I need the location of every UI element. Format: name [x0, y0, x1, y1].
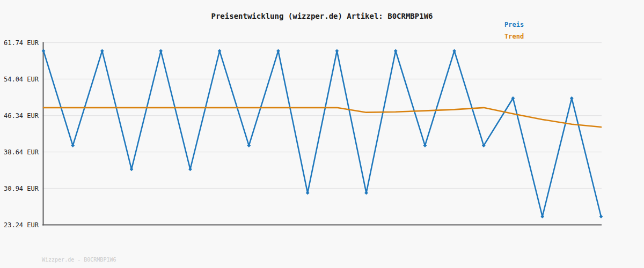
data-point-marker: [364, 191, 368, 195]
data-point-marker: [540, 215, 544, 219]
y-tick-label: 30.94 EUR: [0, 184, 39, 193]
y-tick-label: 61.74 EUR: [0, 39, 39, 47]
series-preis-line: [43, 51, 601, 217]
data-point-marker: [276, 49, 280, 53]
data-point-marker: [599, 215, 603, 219]
data-point-marker: [159, 49, 163, 53]
y-tick-label: 23.24 EUR: [0, 221, 39, 229]
data-point-marker: [100, 49, 104, 53]
data-point-marker: [247, 144, 251, 147]
data-point-marker: [570, 96, 574, 100]
data-point-marker: [452, 49, 456, 53]
watermark-text: Wizzper.de - B0CRMBP1W6: [42, 256, 116, 264]
data-point-marker: [335, 49, 339, 53]
data-point-marker: [42, 49, 46, 53]
data-point-marker: [394, 49, 398, 53]
y-tick-label: 46.34 EUR: [0, 111, 39, 120]
data-point-marker: [71, 144, 75, 147]
data-point-marker: [423, 144, 427, 147]
y-axis-labels: 61.74 EUR54.04 EUR46.34 EUR38.64 EUR30.9…: [0, 0, 39, 268]
price-chart-svg: [0, 0, 644, 268]
data-point-marker: [188, 167, 192, 171]
y-tick-label: 38.64 EUR: [0, 148, 39, 157]
data-point-marker: [218, 49, 222, 53]
y-tick-label: 54.04 EUR: [0, 75, 39, 84]
data-point-marker: [306, 191, 310, 195]
chart-canvas: Preisentwicklung (wizzper.de) Artikel: B…: [0, 0, 644, 268]
data-point-marker: [130, 167, 134, 171]
